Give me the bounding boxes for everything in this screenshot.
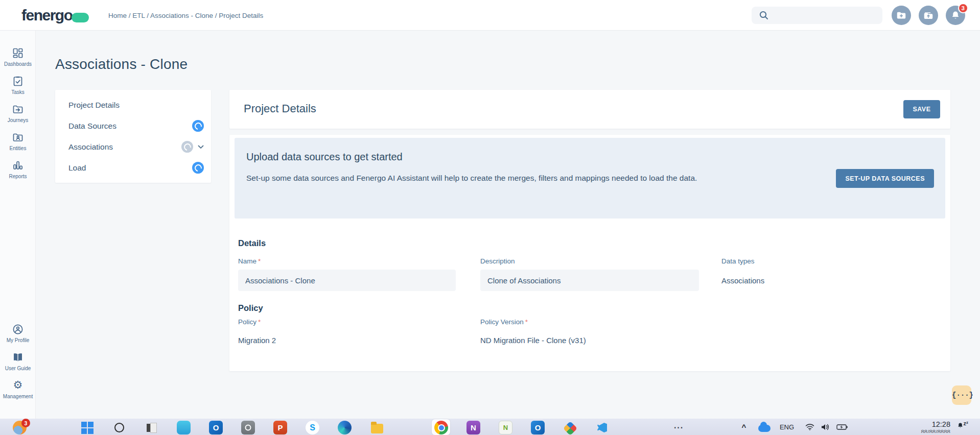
status-complete-icon (192, 120, 204, 132)
reports-icon (12, 159, 24, 172)
taskbar-app-skype[interactable]: S (306, 421, 319, 434)
entities-icon (12, 131, 24, 143)
required-marker: * (525, 318, 528, 326)
journeys-icon (12, 103, 24, 115)
taskbar-app-3d-viewer[interactable] (177, 421, 191, 434)
tray-battery[interactable] (834, 421, 850, 433)
taskbar-app-outlook[interactable]: O (209, 421, 223, 434)
battery-charging-icon (836, 424, 848, 430)
breadcrumb[interactable]: Home / ETL / Associations - Clone / Proj… (108, 12, 263, 19)
onedrive-cloud-icon (758, 425, 771, 432)
tray-wifi[interactable] (803, 421, 816, 433)
policy-label: Policy* (238, 318, 261, 326)
dev-tools-button[interactable]: {···} (952, 385, 971, 405)
data-types-value: Associations (721, 276, 764, 285)
tray-onedrive[interactable] (757, 421, 772, 433)
page-title: Associations - Clone (55, 56, 188, 72)
sidebar-item-reports[interactable]: Reports (0, 159, 36, 182)
tray-do-not-disturb[interactable]: zᶻ (956, 422, 968, 432)
clock-date-clipped: 88/88/8888 (921, 429, 950, 433)
panel-title: Project Details (244, 102, 316, 115)
panel-header: Project Details SAVE (229, 90, 950, 129)
description-input[interactable] (480, 270, 699, 291)
banner-body: Set-up some data sources and Fenergo AI … (246, 173, 742, 184)
fenergo-logo-pill (72, 13, 89, 22)
taskbar-app-edge[interactable] (338, 421, 352, 434)
step-data-sources[interactable]: Data Sources (55, 115, 211, 136)
step-associations[interactable]: Associations (55, 136, 211, 157)
tray-show-hidden-icons[interactable]: ^ (739, 421, 749, 433)
taskbar-app-office[interactable] (563, 421, 577, 434)
project-details-form: Upload data sources to get started Set-u… (229, 135, 950, 371)
tray-language[interactable]: ENG (778, 421, 796, 433)
taskbar-app-onenote[interactable]: N (466, 421, 480, 434)
sidebar-item-management[interactable]: ⚙ Management (0, 379, 36, 402)
search-icon (758, 10, 769, 21)
wifi-icon (805, 423, 814, 430)
speaker-icon (821, 423, 830, 431)
windows-taskbar: 3 O P S N N O ··· ^ ENG (0, 419, 980, 435)
sidebar-item-tasks[interactable]: Tasks (0, 75, 36, 98)
taskbar-app-powerpoint[interactable]: P (273, 421, 287, 434)
new-project-button[interactable] (892, 6, 911, 25)
project-step-nav: Project Details Data Sources Association… (55, 90, 211, 183)
taskbar-app-chrome-active[interactable] (434, 421, 448, 434)
upload-button[interactable] (919, 6, 938, 25)
step-project-details[interactable]: Project Details (55, 94, 211, 115)
setup-data-sources-button[interactable]: SET-UP DATA SOURCES (836, 169, 934, 188)
notification-badge: 3 (958, 3, 968, 13)
banner-title: Upload data sources to get started (246, 151, 403, 163)
sidebar-item-journeys[interactable]: Journeys (0, 103, 36, 126)
taskbar-notification-badge: 3 (21, 419, 30, 427)
vscode-icon (597, 423, 607, 432)
details-heading: Details (238, 238, 266, 248)
policy-heading: Policy (238, 303, 263, 313)
policy-value: Migration 2 (238, 336, 276, 345)
taskbar-app-camera[interactable] (241, 421, 255, 434)
camera-lens-icon (244, 424, 252, 431)
sidebar-item-user-guide[interactable]: User Guide (0, 351, 36, 374)
task-view-button[interactable] (145, 421, 158, 434)
required-marker: * (258, 318, 261, 326)
taskbar-app-file-explorer[interactable] (370, 421, 384, 434)
required-marker: * (258, 257, 261, 265)
left-sidebar: Dashboards Tasks Journeys Entities (0, 31, 36, 419)
folder-plus-icon (896, 10, 907, 21)
windows-logo-icon (81, 422, 94, 434)
app-header: fenergo Home / ETL / Associations - Clon… (0, 0, 980, 31)
data-types-label: Data types (721, 257, 755, 265)
status-complete-icon (192, 162, 204, 174)
sidebar-item-dashboards[interactable]: Dashboards (0, 47, 36, 70)
upload-banner: Upload data sources to get started Set-u… (235, 138, 945, 219)
taskbar-search[interactable] (112, 421, 126, 434)
description-label: Description (480, 257, 515, 265)
save-button[interactable]: SAVE (903, 100, 940, 118)
step-load[interactable]: Load (55, 157, 211, 178)
notifications-button[interactable]: 3 (946, 6, 965, 25)
tasks-icon (12, 75, 24, 87)
taskbar-app-notepad-plus[interactable]: N (499, 421, 512, 434)
tray-volume[interactable] (819, 421, 832, 433)
book-icon (12, 351, 24, 364)
folder-icon (371, 424, 383, 433)
folder-upload-icon (923, 10, 934, 21)
fenergo-logo[interactable]: fenergo (21, 7, 89, 24)
search-icon (114, 423, 124, 432)
tray-clock[interactable]: 12:28 88/88/8888 (921, 420, 950, 433)
taskbar-overflow-button[interactable]: ··· (672, 421, 686, 434)
name-input[interactable] (238, 270, 456, 291)
taskbar-app-outlook-mail[interactable]: O (531, 421, 545, 434)
clock-time: 12:28 (921, 420, 950, 429)
taskbar-browser-profile[interactable]: 3 (13, 421, 27, 434)
start-button[interactable] (80, 421, 94, 434)
chevron-down-icon[interactable] (198, 145, 204, 149)
sidebar-item-my-profile[interactable]: My Profile (0, 323, 36, 346)
policy-version-label: Policy Version* (480, 318, 528, 326)
gear-icon: ⚙ (13, 379, 23, 392)
search-input[interactable] (752, 7, 882, 24)
dashboards-icon (12, 47, 24, 59)
main-content: Associations - Clone Project Details Dat… (36, 31, 980, 419)
sidebar-item-entities[interactable]: Entities (0, 131, 36, 154)
fenergo-logo-text: fenergo (21, 7, 73, 24)
taskbar-app-vscode[interactable] (595, 421, 609, 434)
